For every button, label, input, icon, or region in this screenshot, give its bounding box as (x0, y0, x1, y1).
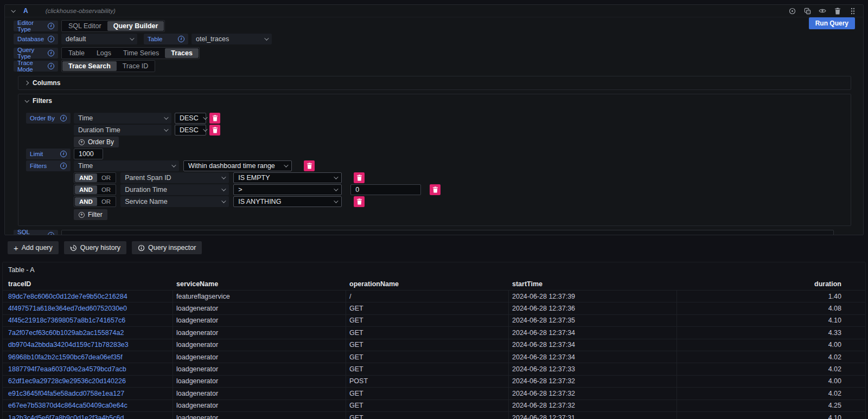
filters-section-header[interactable]: Filters (18, 94, 851, 107)
service-name-cell: loadgenerator (173, 339, 346, 351)
column-header-duration[interactable]: duration (677, 280, 865, 288)
remove-filter-button[interactable] (354, 172, 365, 183)
info-icon[interactable] (178, 36, 184, 42)
table-select[interactable]: otel_traces (192, 34, 272, 44)
trace-id-link[interactable]: 7a2f07ecf63c60b1029ab2ac155874a2 (3, 327, 173, 338)
trace-mode-label: Trace Mode (14, 61, 58, 72)
table-row: 1887794f7eaa6037d0e2a4579bcd7acbloadgene… (3, 363, 865, 375)
collapse-chevron-icon[interactable] (11, 8, 15, 12)
and-option[interactable]: AND (75, 173, 97, 182)
order-by-direction-select[interactable]: DESC (175, 113, 206, 124)
info-icon[interactable] (48, 63, 54, 69)
operation-name-cell: GET (346, 327, 509, 338)
table-row: db9704a2bbda34204d159c71b78283e3loadgene… (3, 339, 865, 351)
service-name-cell: loadgenerator (173, 400, 346, 411)
trace-id-link[interactable]: e91c3645f04fa5e58adcd0758e1ea127 (3, 388, 173, 399)
or-option[interactable]: OR (97, 197, 115, 206)
query-type-time-series[interactable]: Time Series (117, 48, 165, 58)
drag-handle-icon[interactable] (849, 7, 857, 15)
trace-id-link[interactable]: db9704a2bbda34204d159c71b78283e3 (3, 339, 173, 351)
help-icon[interactable] (788, 7, 796, 15)
filter-operator-select[interactable]: IS EMPTY (233, 172, 342, 183)
remove-filter-button[interactable] (354, 196, 365, 207)
editor-type-sql-editor[interactable]: SQL Editor (62, 21, 107, 31)
query-inspector-button[interactable]: Query inspector (132, 241, 202, 254)
operation-name-cell: GET (346, 400, 509, 411)
duration-cell: 4.10 (677, 315, 865, 326)
info-icon[interactable] (48, 36, 54, 42)
chevron-down-icon (24, 98, 29, 102)
query-type-logs[interactable]: Logs (91, 48, 117, 58)
filter-field-select[interactable]: Service Name (120, 196, 229, 207)
trace-id-link[interactable]: 62df1ec9a29728c9e29536c20d140226 (3, 376, 173, 387)
filter-field-select[interactable]: Time (74, 160, 179, 171)
duration-cell: 4.00 (677, 376, 865, 387)
query-type-traces[interactable]: Traces (165, 48, 199, 58)
or-option[interactable]: OR (97, 173, 115, 182)
panel-title: Table - A (3, 262, 865, 278)
query-row-header[interactable]: A (clickhouse-observability) (5, 5, 863, 17)
table-row: 1a2b3c4d5e6f7a8b9c0d1e2f3a4b5c6dloadgene… (3, 411, 865, 419)
hide-query-eye-icon[interactable] (819, 7, 826, 15)
conjunction-toggle: AND OR (74, 172, 116, 183)
trace-id-link[interactable]: e67ee7b53870d4c864ca50409ca0e64c (3, 400, 173, 411)
query-history-button[interactable]: Query history (64, 241, 126, 254)
trace-id-link[interactable]: 4f497571a618e364ed7ded60752030e0 (3, 302, 173, 314)
trace-id-link[interactable]: 1887794f7eaa6037d0e2a4579bcd7acb (3, 363, 173, 375)
duplicate-query-icon[interactable] (803, 7, 811, 15)
info-icon[interactable] (48, 232, 54, 235)
info-icon[interactable] (60, 163, 67, 169)
columns-section-header[interactable]: Columns (18, 76, 851, 89)
database-select[interactable]: default (61, 34, 137, 44)
operation-name-cell: GET (346, 388, 509, 399)
filter-field-select[interactable]: Parent Span ID (120, 172, 229, 183)
start-time-cell: 2024-06-28 12:37:39 (509, 291, 677, 302)
order-by-field-select[interactable]: Duration Time (74, 125, 171, 136)
info-icon[interactable] (60, 115, 67, 121)
column-header-traceid[interactable]: traceID (3, 280, 173, 288)
table-row: 4f497571a618e364ed7ded60752030e0loadgene… (3, 302, 865, 314)
trace-id-link[interactable]: 1a2b3c4d5e6f7a8b9c0d1e2f3a4b5c6d (3, 412, 173, 419)
start-time-cell: 2024-06-28 12:37:35 (509, 315, 677, 326)
operation-name-cell: GET (346, 363, 509, 375)
trace-id-link[interactable]: 89dc7e8c6060c0d12de7e9b50c216284 (3, 291, 173, 302)
trace-mode-trace-search[interactable]: Trace Search (62, 61, 117, 71)
filter-operator-select[interactable]: > (233, 184, 342, 195)
remove-filter-button[interactable] (304, 160, 315, 171)
and-option[interactable]: AND (75, 185, 97, 194)
column-header-servicename[interactable]: serviceName (173, 280, 346, 288)
remove-query-trash-icon[interactable] (834, 7, 841, 15)
add-order-by-button[interactable]: Order By (74, 137, 119, 147)
editor-type-query-builder[interactable]: Query Builder (107, 21, 164, 31)
run-query-button[interactable]: Run Query (809, 17, 855, 29)
trace-id-link[interactable]: 96968b10fa2b2c1590bc67dea06ef35f (3, 351, 173, 363)
duration-cell: 4.02 (677, 363, 865, 375)
order-by-direction-select[interactable]: DESC (175, 125, 206, 136)
filter-field-select[interactable]: Duration Time (120, 184, 229, 195)
results-table: traceID serviceName operationName startT… (3, 278, 865, 419)
query-type-table[interactable]: Table (62, 48, 91, 58)
trace-id-link[interactable]: 4f45c21918c73698057a8b1c741657c6 (3, 315, 173, 326)
info-icon[interactable] (48, 23, 54, 29)
filter-value-input[interactable] (350, 184, 421, 195)
column-header-starttime[interactable]: startTime (509, 280, 677, 288)
add-query-button[interactable]: + Add query (8, 241, 59, 254)
plus-icon: + (14, 244, 18, 252)
remove-order-by-button[interactable] (209, 125, 220, 136)
order-by-field-select[interactable]: Time (74, 113, 171, 124)
remove-filter-button[interactable] (430, 184, 441, 195)
and-option[interactable]: AND (75, 197, 97, 206)
column-header-operationname[interactable]: operationName (346, 280, 509, 288)
filter-operator-select[interactable]: Within dashboard time range (183, 160, 292, 171)
filter-operator-select[interactable]: IS ANYTHING (233, 196, 342, 207)
or-option[interactable]: OR (97, 185, 115, 194)
trace-mode-trace-id[interactable]: Trace ID (117, 61, 154, 71)
remove-order-by-button[interactable] (209, 113, 220, 124)
service-name-cell: loadgenerator (173, 412, 346, 419)
service-name-cell: featureflagservice (173, 291, 346, 302)
add-filter-button[interactable]: Filter (74, 209, 107, 220)
limit-input[interactable] (74, 149, 103, 159)
query-type-radio-group: Table Logs Time Series Traces (61, 47, 200, 59)
info-icon[interactable] (48, 50, 54, 56)
info-icon[interactable] (60, 151, 67, 157)
